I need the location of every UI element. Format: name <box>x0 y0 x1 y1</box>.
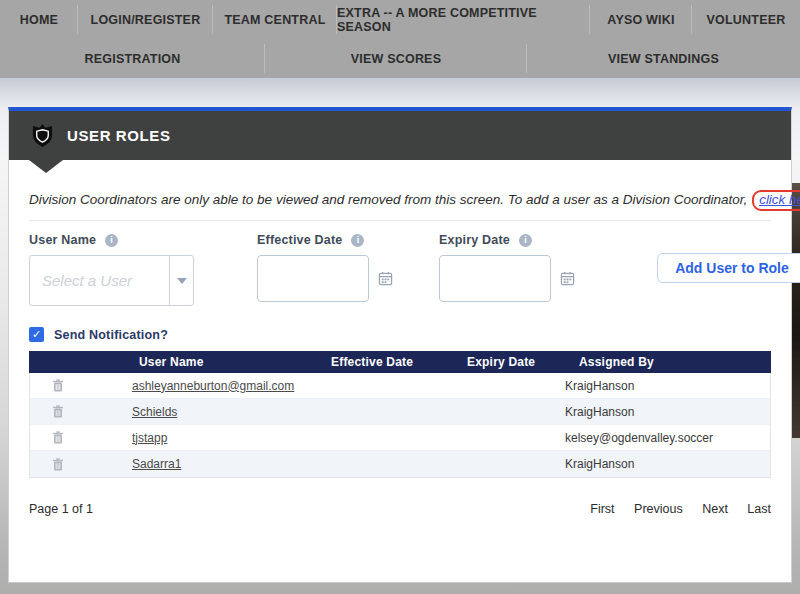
info-icon[interactable]: i <box>519 234 532 247</box>
expiry-date-label: Expiry Date <box>439 233 510 247</box>
description: Division Coordinators are only able to b… <box>29 192 771 207</box>
user-roles-table: User Name Effective Date Expiry Date Ass… <box>29 351 771 478</box>
pagination-links: First Previous Next Last <box>574 502 771 516</box>
user-name-group: User Name i Select a User <box>29 233 194 306</box>
table-body: ashleyanneburton@gmail.com KraigHanson S… <box>29 373 771 478</box>
expiry-date-label-row: Expiry Date i <box>439 233 575 247</box>
pagination-previous[interactable]: Previous <box>634 502 683 516</box>
trash-icon[interactable] <box>30 379 85 392</box>
header-notch <box>29 160 63 173</box>
send-notification-row: ✓ Send Notification? <box>29 327 771 342</box>
page-status: Page 1 of 1 <box>29 502 93 516</box>
effective-date-group: Effective Date i <box>257 233 393 302</box>
user-select[interactable]: Select a User <box>29 255 194 306</box>
nav-row-2: REGISTRATION VIEW SCORES VIEW STANDINGS <box>0 39 800 78</box>
description-text: Division Coordinators are only able to b… <box>29 192 751 207</box>
table-row: Sadarra1 KraigHanson <box>30 451 770 477</box>
nav-item-view-scores[interactable]: VIEW SCORES <box>265 39 527 78</box>
pagination: Page 1 of 1 First Previous Next Last <box>29 502 771 516</box>
table-row: Schields KraigHanson <box>30 399 770 425</box>
expiry-date-input[interactable] <box>439 255 551 302</box>
cell-assigned-by: KraigHanson <box>555 405 770 419</box>
nav-item-home[interactable]: HOME <box>0 0 78 39</box>
info-icon[interactable]: i <box>351 234 364 247</box>
calendar-icon[interactable] <box>560 271 575 286</box>
page-title: USER ROLES <box>67 127 171 144</box>
pagination-last[interactable]: Last <box>747 502 771 516</box>
nav-item-view-standings[interactable]: VIEW STANDINGS <box>527 39 800 78</box>
top-navigation: HOME LOGIN/REGISTER TEAM CENTRAL EXTRA -… <box>0 0 800 78</box>
nav-row-1: HOME LOGIN/REGISTER TEAM CENTRAL EXTRA -… <box>0 0 800 39</box>
add-user-to-role-button[interactable]: Add User to Role <box>657 253 800 283</box>
panel-header: USER ROLES <box>9 111 791 160</box>
add-user-form: User Name i Select a User Effective Date… <box>29 233 771 321</box>
user-roles-panel: USER ROLES Division Coordinators are onl… <box>8 107 792 583</box>
info-icon[interactable]: i <box>105 234 118 247</box>
cell-assigned-by: KraigHanson <box>555 379 770 393</box>
expiry-date-group: Expiry Date i <box>439 233 575 302</box>
user-link[interactable]: Schields <box>132 405 177 419</box>
nav-item-volunteer[interactable]: VOLUNTEER <box>692 0 800 39</box>
cell-assigned-by: KraigHanson <box>555 457 770 471</box>
click-here-link[interactable]: click here <box>759 192 800 207</box>
table-header-effective-date: Effective Date <box>324 355 464 369</box>
nav-item-team-central[interactable]: TEAM CENTRAL <box>213 0 337 39</box>
user-select-placeholder: Select a User <box>30 256 169 305</box>
panel-content: Division Coordinators are only able to b… <box>9 192 791 516</box>
background-photo-edge <box>792 183 800 438</box>
table-header-row: User Name Effective Date Expiry Date Ass… <box>29 351 771 373</box>
user-link[interactable]: tjstapp <box>132 431 167 445</box>
nav-item-ayso-wiki[interactable]: AYSO WIKI <box>590 0 692 39</box>
chevron-down-icon[interactable] <box>169 256 193 305</box>
nav-item-extra-season[interactable]: EXTRA -- A MORE COMPETITIVE SEASON <box>337 0 590 39</box>
pagination-first[interactable]: First <box>590 502 614 516</box>
user-link[interactable]: ashleyanneburton@gmail.com <box>132 379 294 393</box>
trash-icon[interactable] <box>30 431 85 444</box>
table-row: ashleyanneburton@gmail.com KraigHanson <box>30 373 770 399</box>
send-notification-label: Send Notification? <box>54 328 168 342</box>
cell-assigned-by: kelsey@ogdenvalley.soccer <box>555 431 770 445</box>
trash-icon[interactable] <box>30 405 85 418</box>
effective-date-label: Effective Date <box>257 233 342 247</box>
shield-icon <box>31 123 54 148</box>
click-here-annotation: click here <box>752 190 800 211</box>
table-row: tjstapp kelsey@ogdenvalley.soccer <box>30 425 770 451</box>
effective-date-label-row: Effective Date i <box>257 233 393 247</box>
table-header-assigned-by: Assigned By <box>554 355 771 369</box>
nav-item-login-register[interactable]: LOGIN/REGISTER <box>78 0 213 39</box>
calendar-icon[interactable] <box>378 271 393 286</box>
table-header-user-name: User Name <box>84 355 324 369</box>
section-divider <box>29 220 771 221</box>
send-notification-checkbox[interactable]: ✓ <box>29 327 44 342</box>
table-header-expiry-date: Expiry Date <box>464 355 554 369</box>
user-name-label-row: User Name i <box>29 233 194 247</box>
user-name-label: User Name <box>29 233 96 247</box>
pagination-next[interactable]: Next <box>702 502 728 516</box>
trash-icon[interactable] <box>30 458 85 471</box>
nav-item-registration[interactable]: REGISTRATION <box>0 39 265 78</box>
effective-date-input[interactable] <box>257 255 369 302</box>
user-link[interactable]: Sadarra1 <box>132 457 181 471</box>
